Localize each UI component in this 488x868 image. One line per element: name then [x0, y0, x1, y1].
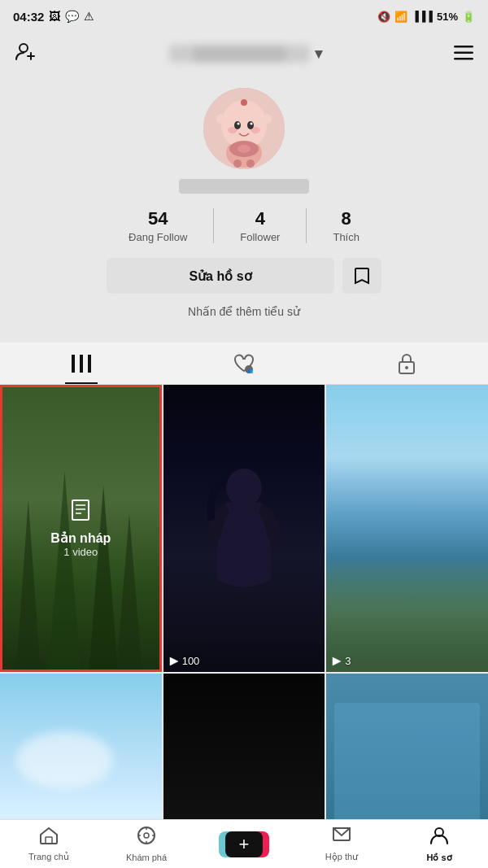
- inbox-icon: [332, 827, 351, 849]
- messenger-icon: 💬: [65, 10, 79, 23]
- video-stats-3: 3: [331, 655, 351, 667]
- svg-rect-3: [454, 58, 473, 60]
- nav-home[interactable]: Trang chủ: [0, 827, 98, 862]
- inbox-label: Hộp thư: [325, 852, 358, 862]
- svg-rect-33: [46, 837, 52, 844]
- svg-point-11: [237, 123, 240, 125]
- top-nav: ██████████ ▾: [0, 33, 488, 75]
- warning-icon: ⚠: [84, 10, 94, 23]
- draft-icon: [69, 499, 92, 527]
- svg-marker-30: [333, 657, 341, 665]
- svg-point-13: [216, 114, 226, 124]
- bio-hint[interactable]: Nhấn để thêm tiểu sử: [188, 305, 300, 318]
- svg-marker-29: [170, 657, 178, 665]
- following-label: Đang Follow: [129, 231, 187, 243]
- wifi-icon: 📶: [394, 11, 407, 23]
- svg-point-14: [262, 114, 272, 124]
- profile-label: Hồ sơ: [426, 853, 451, 863]
- bookmark-button[interactable]: [342, 258, 381, 294]
- bottom-nav: Trang chủ Khám phá + Hộp thư: [0, 819, 488, 868]
- username-text: ██████████: [169, 45, 310, 63]
- status-bar: 04:32 🖼 💬 ⚠ 🔇 📶 ▐▐▐ 51% 🔋: [0, 0, 488, 33]
- username-display: [179, 179, 309, 194]
- battery-icon: 🔋: [462, 11, 475, 23]
- tab-liked[interactable]: 👥: [163, 342, 325, 384]
- add-button[interactable]: +: [225, 831, 263, 857]
- likes-label: Thích: [333, 231, 359, 243]
- battery-text: 51%: [437, 11, 458, 23]
- svg-point-10: [247, 121, 254, 129]
- svg-rect-21: [80, 355, 83, 373]
- app-container: 04:32 🖼 💬 ⚠ 🔇 📶 ▐▐▐ 51% 🔋 ██████████ ▾: [0, 0, 488, 868]
- explore-icon: [137, 826, 156, 850]
- status-left: 04:32 🖼 💬 ⚠: [13, 10, 94, 24]
- home-icon: [39, 827, 59, 849]
- svg-text:👥: 👥: [247, 368, 254, 373]
- tab-private[interactable]: [325, 342, 488, 384]
- video-cell-3[interactable]: 3: [326, 385, 488, 672]
- video-stats-2: 100: [168, 655, 200, 667]
- nav-inbox[interactable]: Hộp thư: [293, 827, 390, 862]
- svg-rect-27: [72, 500, 89, 520]
- video-cell-2[interactable]: 100: [163, 385, 325, 672]
- follower-count: 4: [255, 208, 265, 229]
- add-user-button[interactable]: [15, 40, 37, 68]
- status-time: 04:32: [13, 10, 44, 24]
- svg-point-12: [251, 123, 253, 125]
- nav-add[interactable]: +: [195, 831, 293, 857]
- follower-stat[interactable]: 4 Follower: [214, 208, 307, 243]
- svg-point-18: [233, 159, 242, 168]
- following-stat[interactable]: 54 Đang Follow: [102, 208, 214, 243]
- username-dropdown[interactable]: ██████████ ▾: [169, 45, 322, 63]
- edit-profile-button[interactable]: Sửa hồ sơ: [107, 258, 334, 294]
- svg-point-0: [20, 44, 28, 52]
- svg-point-19: [246, 159, 255, 168]
- signal-icon: ▐▐▐: [412, 11, 433, 22]
- draft-count: 1 video: [63, 546, 98, 558]
- action-row: Sửa hồ sơ: [16, 258, 472, 294]
- profile-section: 54 Đang Follow 4 Follower 8 Thích Sửa hồ…: [0, 75, 488, 342]
- svg-rect-1: [454, 46, 473, 48]
- status-right: 🔇 📶 ▐▐▐ 51% 🔋: [377, 11, 475, 23]
- chevron-down-icon: ▾: [315, 45, 322, 63]
- nav-profile[interactable]: Hồ sơ: [390, 826, 488, 863]
- draft-video-cell[interactable]: Bản nháp 1 video: [0, 385, 162, 672]
- profile-icon: [429, 826, 449, 850]
- mute-icon: 🔇: [377, 11, 390, 23]
- explore-label: Khám phá: [126, 853, 167, 862]
- stats-row: 54 Đang Follow 4 Follower 8 Thích: [16, 208, 472, 243]
- tab-videos[interactable]: [0, 342, 163, 384]
- likes-stat[interactable]: 8 Thích: [307, 208, 386, 243]
- svg-point-35: [144, 833, 149, 838]
- svg-point-15: [241, 99, 247, 106]
- menu-button[interactable]: [454, 42, 473, 65]
- svg-point-17: [237, 145, 251, 153]
- follower-label: Follower: [240, 231, 280, 243]
- draft-overlay: Bản nháp 1 video: [0, 385, 162, 672]
- likes-count: 8: [342, 208, 351, 229]
- video-grid: Bản nháp 1 video: [0, 385, 488, 868]
- svg-point-28: [226, 469, 262, 507]
- gallery-icon: 🖼: [49, 10, 60, 23]
- svg-rect-2: [454, 52, 473, 55]
- svg-rect-22: [88, 355, 91, 373]
- nav-explore[interactable]: Khám phá: [98, 826, 195, 862]
- svg-point-9: [234, 121, 241, 129]
- svg-point-26: [405, 366, 408, 369]
- tabs-bar: 👥: [0, 342, 488, 385]
- avatar: [203, 88, 285, 169]
- following-count: 54: [148, 208, 168, 229]
- draft-label: Bản nháp: [50, 530, 111, 546]
- plus-icon: +: [239, 834, 250, 855]
- home-label: Trang chủ: [28, 852, 69, 862]
- svg-rect-20: [72, 355, 75, 373]
